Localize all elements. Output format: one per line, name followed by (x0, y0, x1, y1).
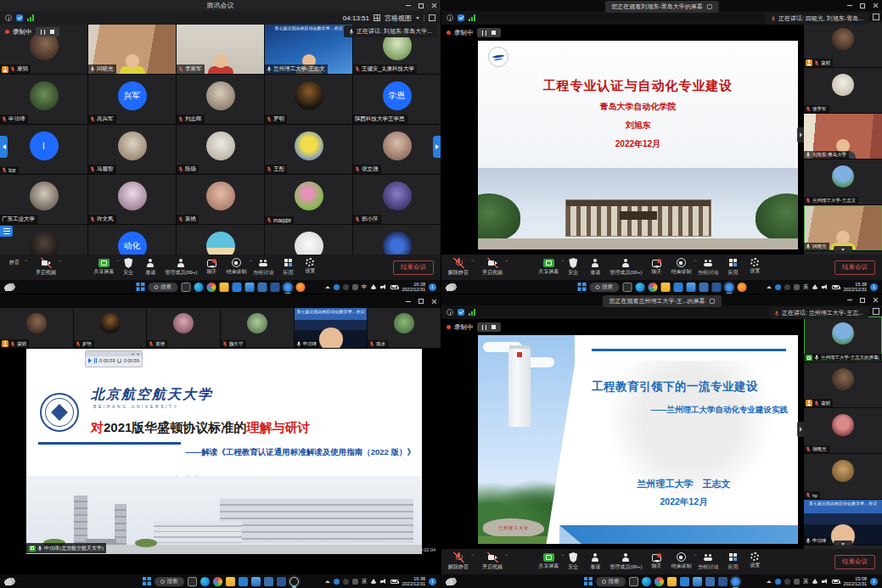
participant-tile[interactable]: 回晓光 (804, 205, 882, 250)
taskbar-app-icon[interactable] (711, 283, 721, 292)
participant-tile[interactable]: 张立强 (353, 125, 441, 174)
volume-icon[interactable] (822, 284, 829, 290)
participant-tile[interactable]: 胡晓光 (804, 408, 882, 453)
page-next-button[interactable] (433, 136, 441, 158)
tray-expand-icon[interactable] (325, 580, 330, 583)
close-icon[interactable] (873, 3, 879, 8)
taskbar-app-icon[interactable] (686, 283, 695, 292)
security-shield-icon[interactable] (16, 14, 23, 21)
taskbar-app-icon[interactable] (642, 577, 651, 586)
taskbar-app-icon[interactable] (654, 577, 664, 586)
volume-icon[interactable] (380, 284, 387, 290)
participant-tile[interactable]: 康韬 (804, 22, 882, 67)
taskbar-app-icon[interactable] (232, 283, 241, 292)
participant-tile[interactable]: 学恩 陕西科技大学王学恩 (353, 75, 441, 124)
member-list-toggle-button[interactable] (0, 226, 13, 237)
taskbar-app-icon[interactable] (622, 283, 632, 292)
sidebar-more-button[interactable] (834, 540, 852, 548)
tray-expand-icon[interactable] (767, 286, 772, 288)
sidebar-collapse-arrow[interactable] (797, 127, 804, 143)
taskbar-app-icon[interactable] (244, 283, 254, 292)
caret-icon[interactable]: ^ (694, 554, 697, 557)
tray-expand-icon[interactable] (767, 580, 772, 583)
toolbar-item[interactable]: 管理成员(99+) (610, 258, 642, 277)
toolbar-item[interactable]: ^ 解除静音 (448, 552, 469, 571)
battery-icon[interactable] (832, 580, 840, 584)
taskbar-app-icon[interactable] (188, 577, 197, 586)
participant-tile[interactable]: maggie (265, 175, 352, 224)
participant-tile[interactable] (353, 225, 441, 255)
taskbar-app-icon[interactable] (264, 577, 273, 586)
toolbar-item[interactable]: ^ 开启视频 (482, 552, 503, 571)
close-icon[interactable] (431, 3, 437, 8)
taskbar-app-icon[interactable] (680, 577, 689, 586)
taskbar-app-icon[interactable] (277, 577, 286, 586)
tray-expand-icon[interactable] (325, 286, 330, 288)
tray-icon[interactable] (784, 284, 790, 290)
taskbar-app-icon[interactable] (194, 283, 203, 292)
wifi-icon[interactable] (812, 284, 818, 289)
toolbar-item[interactable]: ^ 开启视频 (36, 258, 56, 277)
notification-badge[interactable]: 1 (429, 578, 436, 585)
taskbar-app-icon[interactable] (648, 283, 657, 292)
participant-tile[interactable]: 许文凤 (88, 175, 176, 224)
participant-tile[interactable]: 兰州理工大学-王志文的屏幕共享 (804, 316, 882, 361)
taskbar-search[interactable]: 搜索 (596, 577, 626, 586)
participant-tile[interactable] (265, 225, 352, 255)
tray-icon[interactable] (784, 579, 790, 585)
maximize-icon[interactable] (860, 298, 865, 303)
toolbar-item[interactable]: ^ 共享屏幕 (538, 552, 559, 571)
participant-tile[interactable]: 康韬 (0, 308, 73, 348)
participant-tile[interactable]: 兰州理工大学-王志文 (804, 160, 882, 204)
participant-tile[interactable]: 申功璋 (0, 75, 87, 124)
start-button-icon[interactable] (577, 283, 586, 291)
taskbar-app-icon[interactable] (629, 577, 638, 586)
caret-icon[interactable]: ^ (561, 260, 564, 263)
stop-recording-icon[interactable] (492, 325, 497, 330)
toolbar-item[interactable]: 设置 (747, 258, 762, 277)
caret-icon[interactable]: ^ (25, 260, 27, 263)
taskbar-app-icon[interactable] (213, 577, 222, 586)
tray-icon[interactable] (794, 284, 800, 290)
taskbar-app-icon[interactable] (660, 283, 670, 292)
participant-tile[interactable]: 雨水 (368, 308, 441, 348)
taskbar-app-icon[interactable] (219, 283, 228, 292)
toolbar-item[interactable]: ^ 结束录制 (671, 552, 691, 571)
caret-icon[interactable]: ^ (116, 260, 119, 263)
taskbar-app-icon[interactable] (673, 283, 683, 292)
participant-tile[interactable]: 第七届全国高校自动化教学类…会议 兰州理工大学-王志文 (265, 25, 352, 74)
participant-tile[interactable]: 第七届全国高校自动化教学类…会议 申功璋 (804, 500, 882, 545)
taskbar-search[interactable]: 搜索 (589, 283, 619, 292)
toolbar-item[interactable]: 分组讨论 (253, 258, 273, 277)
toolbar-item[interactable]: 管理成员(99+) (610, 552, 642, 571)
start-button-icon[interactable] (143, 577, 151, 585)
caret-icon[interactable]: ^ (505, 554, 508, 557)
start-button-icon[interactable] (584, 577, 593, 585)
participant-tile[interactable]: 回晓光 (88, 25, 176, 74)
taskbar-app-icon[interactable] (257, 283, 267, 292)
pause-recording-icon[interactable] (482, 325, 486, 330)
toolbar-item[interactable]: 设置 (302, 258, 317, 277)
taskbar-search[interactable]: 搜索 (148, 283, 177, 292)
view-mode-label[interactable]: 宫格视图 (385, 14, 412, 23)
taskbar-app-icon[interactable] (718, 577, 728, 586)
close-icon[interactable] (873, 297, 879, 303)
security-shield-icon[interactable] (458, 14, 464, 21)
volume-icon[interactable] (822, 579, 829, 585)
input-language[interactable]: 中 (362, 283, 368, 291)
participant-tile[interactable]: hp (804, 454, 882, 499)
toolbar-item[interactable]: ^ 开启视频 (482, 258, 503, 277)
wifi-icon[interactable] (370, 579, 377, 584)
toolbar-item[interactable]: 应用 (725, 258, 740, 277)
toolbar-item[interactable]: 管理成员(99+) (165, 258, 197, 277)
fullscreen-icon[interactable] (429, 14, 435, 21)
pause-icon[interactable] (94, 358, 97, 363)
grid-view-icon[interactable] (374, 14, 380, 21)
input-language[interactable]: 英 (362, 578, 368, 585)
end-meeting-button[interactable]: 结束会议 (834, 555, 875, 569)
sidebar-more-button[interactable] (834, 246, 852, 254)
window-titlebar[interactable]: 腾讯会议 (0, 0, 441, 11)
toolbar-item[interactable]: 聊天 (649, 552, 664, 571)
toolbar-item[interactable]: 聊天 (204, 258, 219, 277)
participant-tile[interactable]: 马服智 (88, 125, 176, 174)
